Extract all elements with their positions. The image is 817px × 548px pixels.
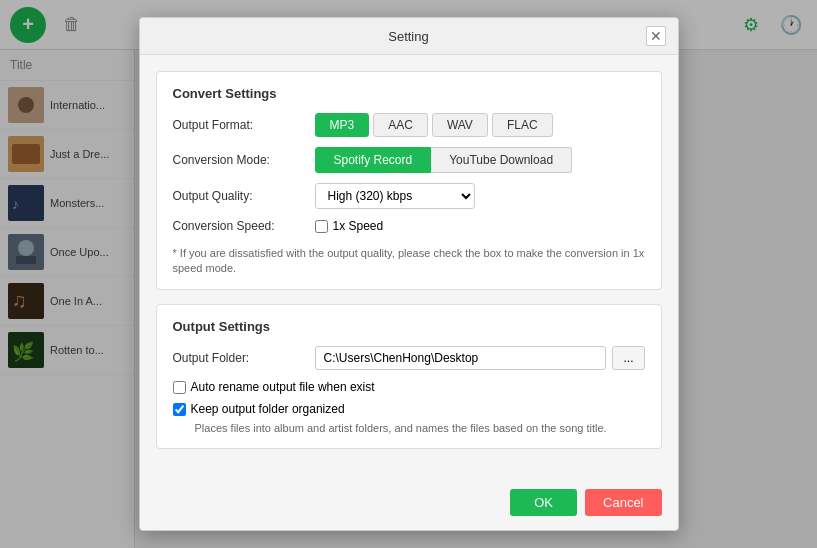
speed-options: 1x Speed <box>315 219 384 233</box>
keep-organized-text: Keep output folder organized <box>191 402 345 416</box>
keep-organized-row: Keep output folder organized <box>173 402 645 416</box>
output-format-row: Output Format: MP3 AAC WAV FLAC <box>173 113 645 137</box>
output-folder-label: Output Folder: <box>173 351 303 365</box>
format-aac-button[interactable]: AAC <box>373 113 428 137</box>
auto-rename-label[interactable]: Auto rename output file when exist <box>173 380 645 394</box>
speed-checkbox-row: 1x Speed <box>315 219 384 233</box>
speed-checkbox[interactable] <box>315 220 328 233</box>
format-mp3-button[interactable]: MP3 <box>315 113 370 137</box>
convert-settings-section: Convert Settings Output Format: MP3 AAC … <box>156 71 662 290</box>
convert-section-title: Convert Settings <box>173 86 645 101</box>
speed-checkbox-label[interactable]: 1x Speed <box>315 219 384 233</box>
auto-rename-row: Auto rename output file when exist <box>173 380 645 394</box>
dialog-title: Setting <box>172 29 646 44</box>
format-wav-button[interactable]: WAV <box>432 113 488 137</box>
close-button[interactable]: ✕ <box>646 26 666 46</box>
dialog-titlebar: Setting ✕ <box>140 18 678 55</box>
auto-rename-checkbox[interactable] <box>173 381 186 394</box>
speed-label: 1x Speed <box>333 219 384 233</box>
quality-select[interactable]: High (320) kbps Medium (256) kbps Low (1… <box>315 183 475 209</box>
keep-organized-label[interactable]: Keep output folder organized <box>173 402 645 416</box>
keep-organized-checkbox[interactable] <box>173 403 186 416</box>
format-flac-button[interactable]: FLAC <box>492 113 553 137</box>
conversion-mode-label: Conversion Mode: <box>173 153 303 167</box>
youtube-download-button[interactable]: YouTube Download <box>431 147 572 173</box>
output-folder-row: Output Folder: ... <box>173 346 645 370</box>
conversion-speed-row: Conversion Speed: 1x Speed <box>173 219 645 233</box>
conversion-speed-label: Conversion Speed: <box>173 219 303 233</box>
dialog-body: Convert Settings Output Format: MP3 AAC … <box>140 55 678 479</box>
browse-button[interactable]: ... <box>612 346 644 370</box>
organize-note: Places files into album and artist folde… <box>173 422 645 434</box>
dialog-footer: OK Cancel <box>140 479 678 530</box>
folder-path-input[interactable] <box>315 346 607 370</box>
format-buttons: MP3 AAC WAV FLAC <box>315 113 553 137</box>
auto-rename-text: Auto rename output file when exist <box>191 380 375 394</box>
app-background: + 🗑 ⚙ 🕐 Title Internatio... Just a D <box>0 0 817 548</box>
speed-note-container: * If you are dissatisfied with the outpu… <box>173 243 645 275</box>
folder-row: ... <box>315 346 645 370</box>
output-section-title: Output Settings <box>173 319 645 334</box>
speed-note: * If you are dissatisfied with the outpu… <box>173 247 645 274</box>
spotify-record-button[interactable]: Spotify Record <box>315 147 432 173</box>
modal-overlay: Setting ✕ Convert Settings Output Format… <box>0 0 817 548</box>
mode-buttons: Spotify Record YouTube Download <box>315 147 573 173</box>
output-quality-label: Output Quality: <box>173 189 303 203</box>
conversion-mode-row: Conversion Mode: Spotify Record YouTube … <box>173 147 645 173</box>
cancel-button[interactable]: Cancel <box>585 489 661 516</box>
output-settings-section: Output Settings Output Folder: ... <box>156 304 662 449</box>
output-format-label: Output Format: <box>173 118 303 132</box>
output-quality-row: Output Quality: High (320) kbps Medium (… <box>173 183 645 209</box>
ok-button[interactable]: OK <box>510 489 577 516</box>
settings-dialog: Setting ✕ Convert Settings Output Format… <box>139 17 679 531</box>
